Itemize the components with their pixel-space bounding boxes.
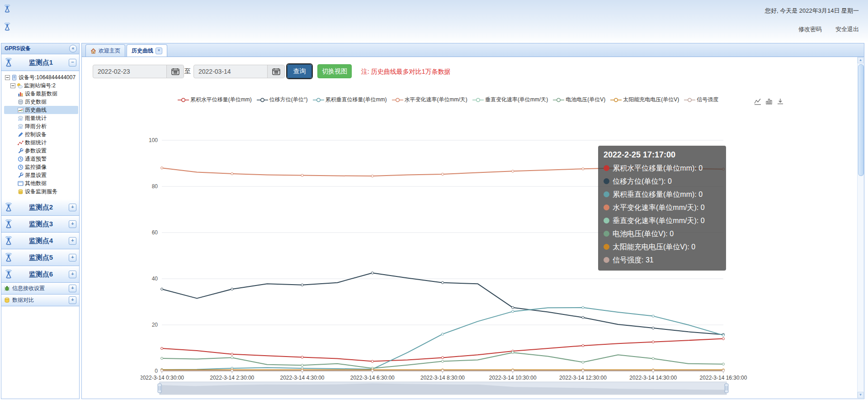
sidebar-item-屏显设置[interactable]: 屏显设置 (4, 171, 78, 179)
tree-node-station[interactable]: 监测站编号:2 (4, 81, 78, 90)
expand-panel-button[interactable]: + (69, 285, 76, 292)
sidebar-item-降雨分析[interactable]: 降雨分析 (4, 122, 78, 130)
history-curve-chart[interactable]: 0204060801002022-3-14 0:30:002022-3-14 2… (141, 109, 769, 398)
legend-label: 位移方位(单位°) (269, 96, 308, 104)
antenna-logo-icon (3, 23, 11, 31)
accordion-监测点6-header[interactable]: 监测点6+ (1, 266, 79, 283)
accordion-信息接收设置-header[interactable]: 信息接收设置+ (1, 283, 79, 295)
bar-chart-icon (18, 91, 24, 97)
legend-item[interactable]: 垂直变化速率(单位mm/天) (472, 96, 548, 104)
accordion-监测点2-header[interactable]: 监测点2+ (1, 199, 79, 216)
tab-welcome[interactable]: 欢迎主页 (85, 44, 125, 57)
collapse-node-icon[interactable] (5, 75, 10, 80)
slider-handle[interactable] (158, 384, 161, 393)
slider-handle[interactable] (725, 384, 728, 393)
change-password-link[interactable]: 修改密码 (798, 25, 822, 33)
chart-toolbox (754, 98, 784, 105)
date-from-field[interactable]: 2022-02-23 (93, 65, 184, 78)
legend-item[interactable]: 位移方位(单位°) (257, 96, 308, 104)
accordion-监测点5-header[interactable]: 监测点5+ (1, 249, 79, 266)
date-from-value[interactable]: 2022-02-23 (93, 65, 166, 78)
accordion-监测点3-header[interactable]: 监测点3+ (1, 216, 79, 233)
download-image-icon[interactable] (777, 98, 784, 105)
antenna-icon (4, 219, 13, 228)
legend-item[interactable]: 累积垂直位移量(单位mm) (313, 96, 387, 104)
bar-chart-toggle-icon[interactable] (765, 98, 773, 105)
collapse-node-icon[interactable] (10, 83, 15, 88)
legend-item[interactable]: 太阳能充电电压(单位V) (610, 96, 679, 104)
tree-node-device[interactable]: 设备号:1064844444007 (4, 73, 78, 81)
scrollbar-thumb[interactable] (858, 64, 864, 176)
legend-label: 垂直变化速率(单位mm/天) (485, 96, 548, 104)
series-水平变化速率(单位mm/天)[interactable] (161, 167, 725, 177)
antenna-icon (4, 58, 13, 67)
accordion-监测点4-header[interactable]: 监测点4+ (1, 233, 79, 249)
wrench-icon (18, 172, 24, 178)
date-to-calendar-button[interactable] (267, 65, 284, 78)
expand-station-button[interactable]: + (69, 254, 76, 262)
collapse-station1-button[interactable]: − (69, 59, 76, 67)
station-label: 监测点2 (13, 203, 69, 212)
series-位移方位(单位°)[interactable] (161, 272, 725, 336)
sidebar-item-其他数据[interactable]: 其他数据 (4, 179, 78, 187)
line-chart-toggle-icon[interactable] (754, 98, 761, 105)
legend-marker-icon (392, 98, 403, 102)
top-header-bar: 您好, 今天是 2022年3月14日 星期一 修改密码 安全退出 (0, 0, 868, 43)
series-电池电压(单位V)[interactable] (161, 352, 725, 370)
tab-history-curve[interactable]: 历史曲线 × (127, 44, 167, 57)
station-label: 监测点5 (13, 253, 69, 262)
sidebar-item-历史数据[interactable]: 历史数据 (4, 98, 78, 106)
legend-item[interactable]: 信号强度 (684, 96, 718, 104)
chart-legend: 累积水平位移量(单位mm)位移方位(单位°)累积垂直位移量(单位mm)水平变化速… (150, 96, 746, 104)
expand-panel-button[interactable]: + (69, 296, 76, 304)
sidebar-item-设备最新数据[interactable]: 设备最新数据 (4, 90, 78, 98)
sidebar-item-历史曲线[interactable]: 历史曲线 (4, 106, 78, 114)
series-累积水平位移量(单位mm)[interactable] (161, 338, 725, 362)
scroll-up-icon[interactable]: ▲ (858, 57, 863, 63)
legend-marker-icon (553, 98, 564, 102)
expand-station-button[interactable]: + (69, 271, 76, 278)
sidebar-item-数据统计[interactable]: 数据统计 (4, 138, 78, 147)
sidebar-item-监控摄像[interactable]: 监控摄像 (4, 163, 78, 171)
sidebar-item-控制设备[interactable]: 控制设备 (4, 130, 78, 138)
legend-item[interactable]: 累积水平位移量(单位mm) (178, 96, 252, 104)
logout-link[interactable]: 安全退出 (835, 25, 859, 33)
sidebar-item-设备监测服务[interactable]: 设备监测服务 (4, 187, 78, 195)
legend-item[interactable]: 电池电压(单位V) (553, 96, 605, 104)
query-button[interactable]: 查询 (287, 64, 312, 78)
close-tab-icon[interactable]: × (156, 48, 162, 54)
rain-icon (18, 115, 24, 121)
greeting-text: 您好, 今天是 2022年3月14日 星期一 (765, 7, 859, 15)
legend-item[interactable]: 水平变化速率(单位mm/天) (392, 96, 467, 104)
vertical-scrollbar[interactable]: ▲ ▼ (857, 57, 864, 398)
sidebar-collapse-button[interactable]: « (69, 45, 77, 52)
sidebar-item-参数设置[interactable]: 参数设置 (4, 147, 78, 155)
database-icon (18, 99, 24, 105)
date-to-field[interactable]: 2022-03-14 (193, 65, 285, 78)
calendar-icon (272, 68, 280, 75)
date-to-value[interactable]: 2022-03-14 (194, 65, 267, 78)
expand-station-button[interactable]: + (69, 237, 76, 245)
sidebar-item-label: 屏显设置 (25, 171, 47, 179)
date-from-calendar-button[interactable] (166, 65, 184, 78)
station1-label: 监测点1 (13, 58, 69, 67)
weather-icon (17, 83, 23, 89)
accordion-station1-header[interactable]: 监测点1 − (1, 54, 79, 71)
expand-station-button[interactable]: + (69, 204, 76, 211)
expand-station-button[interactable]: + (69, 220, 76, 228)
legend-label: 水平变化速率(单位mm/天) (405, 96, 467, 104)
scroll-down-icon[interactable]: ▼ (858, 392, 863, 398)
legend-label: 累积水平位移量(单位mm) (190, 96, 252, 104)
switch-view-button[interactable]: 切换视图 (317, 64, 352, 78)
sidebar-item-雨量统计[interactable]: 雨量统计 (4, 114, 78, 122)
db-yellow-icon (4, 297, 10, 303)
sidebar-item-label: 历史曲线 (25, 106, 47, 114)
device-tree: 设备号:1064844444007 监测站编号:2 设备最新数据历史数据历史曲线… (1, 71, 79, 199)
datazoom-slider[interactable] (158, 382, 728, 395)
legend-label: 太阳能充电电压(单位V) (623, 96, 679, 104)
device-icon (11, 75, 17, 81)
antenna-icon (4, 236, 13, 245)
accordion-数据对比-header[interactable]: 数据对比+ (1, 295, 79, 306)
sidebar-item-label: 监控摄像 (25, 163, 47, 171)
sidebar-item-通道预警[interactable]: 通道预警 (4, 155, 78, 163)
